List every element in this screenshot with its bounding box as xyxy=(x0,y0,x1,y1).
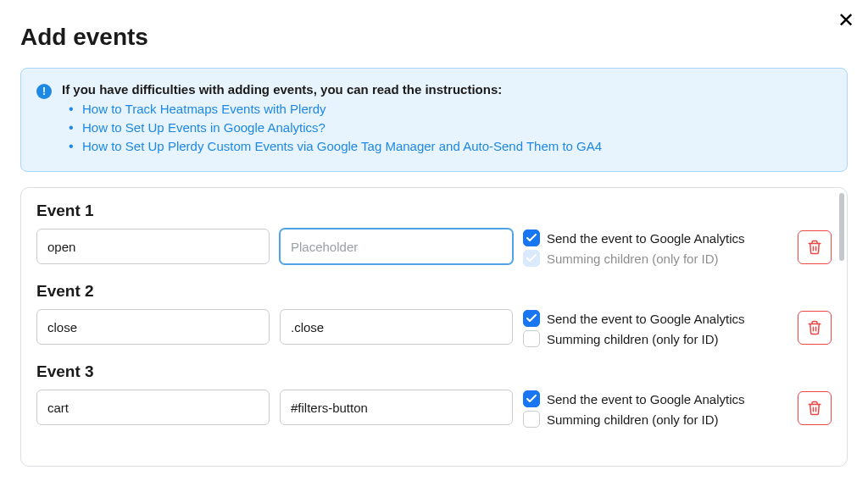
event-name-input[interactable] xyxy=(36,229,270,264)
event-row: Send the event to Google Analytics Summi… xyxy=(36,309,832,351)
event-selector-input[interactable] xyxy=(280,309,513,345)
event-selector-input[interactable] xyxy=(280,229,513,264)
summing-checkbox[interactable] xyxy=(523,330,540,347)
info-link[interactable]: How to Track Heatmaps Events with Plerdy xyxy=(82,102,326,116)
info-link[interactable]: How to Set Up Plerdy Custom Events via G… xyxy=(82,139,602,153)
event-title: Event 3 xyxy=(36,362,832,381)
info-icon: ! xyxy=(36,84,52,99)
event-name-input[interactable] xyxy=(36,309,270,345)
close-icon[interactable]: ✕ xyxy=(837,10,854,30)
delete-button[interactable] xyxy=(798,311,832,345)
summing-label: Summing children (only for ID) xyxy=(547,252,719,266)
event-title: Event 1 xyxy=(36,202,832,220)
event-block: Event 2 Send the event to Google Analyti… xyxy=(36,282,832,351)
delete-button[interactable] xyxy=(798,391,832,425)
summing-label: Summing children (only for ID) xyxy=(547,332,719,346)
event-checks: Send the event to Google Analytics Summi… xyxy=(523,390,787,431)
info-heading: If you have difficulties with adding eve… xyxy=(62,82,832,97)
event-row: Send the event to Google Analytics Summi… xyxy=(36,390,832,431)
event-name-input[interactable] xyxy=(36,390,270,425)
ga-label: Send the event to Google Analytics xyxy=(547,231,745,246)
trash-icon xyxy=(807,240,822,255)
info-links-list: How to Track Heatmaps Events with Plerdy… xyxy=(62,102,832,154)
summing-label: Summing children (only for ID) xyxy=(547,412,719,427)
ga-check-row: Send the event to Google Analytics xyxy=(523,310,787,327)
info-link[interactable]: How to Set Up Events in Google Analytics… xyxy=(82,120,326,135)
event-checks: Send the event to Google Analytics Summi… xyxy=(523,309,787,351)
event-selector-input[interactable] xyxy=(280,390,513,425)
events-panel: Event 1 Send the event to Google Analyti… xyxy=(20,187,848,467)
event-checks: Send the event to Google Analytics Summi… xyxy=(523,229,787,270)
ga-checkbox[interactable] xyxy=(523,229,540,246)
ga-checkbox[interactable] xyxy=(523,390,540,407)
info-content: If you have difficulties with adding eve… xyxy=(62,82,832,158)
summing-check-row: Summing children (only for ID) xyxy=(523,330,787,347)
event-row: Send the event to Google Analytics Summi… xyxy=(36,229,832,270)
event-title: Event 2 xyxy=(36,282,832,301)
event-block: Event 1 Send the event to Google Analyti… xyxy=(36,202,832,270)
trash-icon xyxy=(807,320,822,335)
ga-label: Send the event to Google Analytics xyxy=(547,312,745,326)
add-events-modal: ✕ Add events ! If you have difficulties … xyxy=(0,0,868,481)
delete-button[interactable] xyxy=(798,230,832,264)
scrollbar-thumb[interactable] xyxy=(839,193,844,261)
summing-check-row: Summing children (only for ID) xyxy=(523,411,787,428)
summing-checkbox[interactable] xyxy=(523,411,540,428)
summing-checkbox xyxy=(523,250,540,267)
info-banner: ! If you have difficulties with adding e… xyxy=(20,68,848,172)
ga-checkbox[interactable] xyxy=(523,310,540,327)
page-title: Add events xyxy=(20,24,848,51)
ga-check-row: Send the event to Google Analytics xyxy=(523,390,787,407)
summing-check-row: Summing children (only for ID) xyxy=(523,250,787,267)
ga-label: Send the event to Google Analytics xyxy=(547,392,745,406)
trash-icon xyxy=(807,401,822,416)
event-block: Event 3 Send the event to Google Analyti… xyxy=(36,362,832,431)
ga-check-row: Send the event to Google Analytics xyxy=(523,229,787,246)
